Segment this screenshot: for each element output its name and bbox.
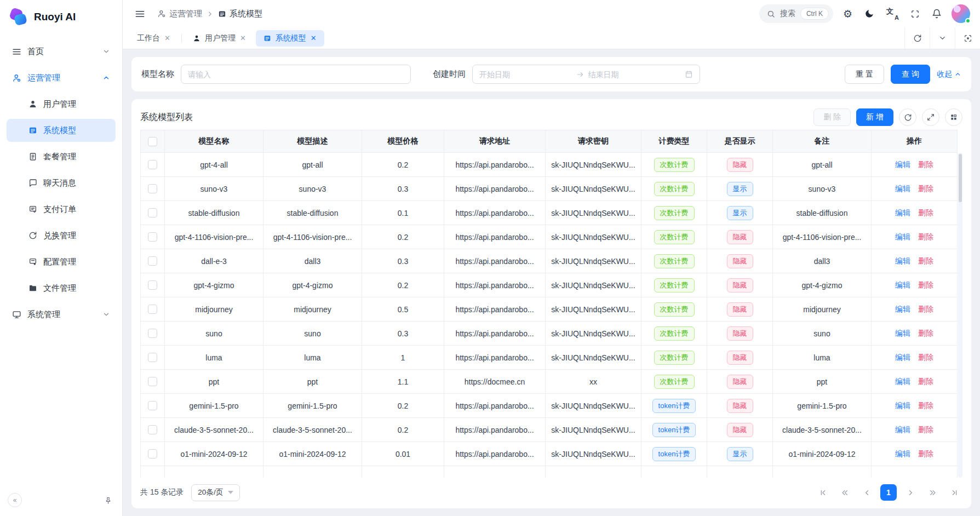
row-checkbox[interactable] (148, 377, 157, 386)
sidebar-item-chat-messages[interactable]: 聊天消息 (7, 171, 116, 194)
dark-mode-moon-icon[interactable] (862, 7, 876, 21)
sidebar-item-system-admin[interactable]: 系统管理 (7, 303, 116, 326)
refresh-icon[interactable] (899, 108, 916, 126)
delete-link[interactable]: 删除 (918, 449, 933, 458)
close-icon[interactable]: ✕ (240, 34, 246, 42)
row-checkbox[interactable] (148, 232, 157, 242)
user-avatar[interactable] (952, 4, 970, 23)
edit-link[interactable]: 编辑 (895, 353, 910, 362)
first-page-button[interactable] (815, 484, 831, 501)
display-status-badge[interactable]: 隐藏 (727, 302, 753, 317)
prev-page-button[interactable] (858, 484, 875, 501)
display-status-badge[interactable]: 隐藏 (727, 158, 753, 172)
select-all-checkbox[interactable] (148, 137, 157, 146)
delete-link[interactable]: 删除 (918, 329, 933, 337)
collapse-filter-link[interactable]: 收起 (937, 70, 961, 79)
last-page-button[interactable] (946, 484, 962, 501)
settings-gear-icon[interactable]: ⚙ (841, 7, 855, 21)
close-icon[interactable]: ✕ (164, 34, 170, 42)
sidebar-item-operations[interactable]: 运营管理 (7, 66, 116, 89)
delete-link[interactable]: 删除 (918, 280, 933, 289)
edit-link[interactable]: 编辑 (895, 256, 910, 265)
edit-link[interactable]: 编辑 (895, 401, 910, 410)
delete-link[interactable]: 删除 (918, 232, 933, 241)
display-status-badge[interactable]: 隐藏 (727, 423, 753, 437)
page-size-select[interactable]: 20条/页 (191, 484, 240, 501)
sidebar-item-redeem[interactable]: 兑换管理 (7, 224, 116, 247)
page-number-button[interactable]: 1 (880, 484, 897, 501)
sidebar-item-users[interactable]: 用户管理 (7, 93, 116, 116)
row-checkbox[interactable] (148, 353, 157, 362)
edit-link[interactable]: 编辑 (895, 184, 910, 193)
edit-link[interactable]: 编辑 (895, 449, 910, 458)
row-checkbox[interactable] (148, 329, 157, 338)
reset-button[interactable]: 重 置 (845, 65, 884, 84)
prev-fast-button[interactable] (836, 484, 853, 501)
display-status-badge[interactable]: 显示 (727, 206, 753, 220)
model-name-input[interactable] (181, 65, 411, 84)
edit-link[interactable]: 编辑 (895, 329, 910, 337)
global-search[interactable]: 搜索 Ctrl K (759, 4, 833, 23)
edit-link[interactable]: 编辑 (895, 208, 910, 217)
column-settings-icon[interactable] (945, 108, 962, 126)
tab-system-models[interactable]: 系统模型 ✕ (256, 30, 324, 47)
edit-link[interactable]: 编辑 (895, 160, 910, 169)
display-status-badge[interactable]: 隐藏 (727, 230, 753, 244)
search-button[interactable]: 查 询 (891, 65, 930, 84)
close-icon[interactable]: ✕ (311, 34, 317, 42)
display-status-badge[interactable]: 显示 (727, 447, 753, 461)
sidebar-item-payment-orders[interactable]: 支付订单 (7, 198, 116, 221)
delete-link[interactable]: 删除 (918, 256, 933, 265)
display-status-badge[interactable]: 隐藏 (727, 351, 753, 365)
sidebar-item-files[interactable]: 文件管理 (7, 277, 116, 300)
delete-link[interactable]: 删除 (918, 377, 933, 386)
delete-link[interactable]: 删除 (918, 425, 933, 434)
display-status-badge[interactable]: 隐藏 (727, 375, 753, 389)
breadcrumb-parent[interactable]: 运营管理 (157, 9, 202, 19)
row-checkbox[interactable] (148, 401, 157, 410)
edit-link[interactable]: 编辑 (895, 425, 910, 434)
next-page-button[interactable] (902, 484, 919, 501)
delete-button[interactable]: 删 除 (813, 108, 851, 126)
tab-user-management[interactable]: 用户管理 ✕ (185, 30, 254, 47)
notifications-bell-icon[interactable] (930, 7, 944, 21)
sidebar-item-config[interactable]: 配置管理 (7, 250, 116, 273)
edit-link[interactable]: 编辑 (895, 377, 910, 386)
hamburger-menu-icon[interactable] (133, 7, 147, 21)
row-checkbox[interactable] (148, 256, 157, 266)
row-checkbox[interactable] (148, 160, 157, 169)
next-fast-button[interactable] (924, 484, 941, 501)
sidebar-collapse-button[interactable]: « (8, 493, 22, 507)
table-scrollbar-thumb[interactable] (959, 154, 962, 202)
display-status-badge[interactable]: 显示 (727, 182, 753, 196)
tab-workbench[interactable]: 工作台 ✕ (129, 30, 178, 47)
date-range-picker[interactable] (472, 65, 700, 84)
maximize-icon[interactable] (922, 108, 939, 126)
fullscreen-icon[interactable] (908, 7, 922, 21)
display-status-badge[interactable]: 隐藏 (727, 399, 753, 413)
end-date-input[interactable] (588, 70, 681, 79)
row-checkbox[interactable] (148, 425, 157, 434)
pushpin-icon[interactable] (104, 496, 112, 504)
delete-link[interactable]: 删除 (918, 305, 933, 313)
delete-link[interactable]: 删除 (918, 208, 933, 217)
delete-link[interactable]: 删除 (918, 353, 933, 362)
display-status-badge[interactable]: 隐藏 (727, 278, 753, 293)
translate-icon[interactable]: 文A (884, 5, 901, 22)
row-checkbox[interactable] (148, 305, 157, 314)
row-checkbox[interactable] (148, 449, 157, 458)
chevron-down-icon[interactable] (930, 27, 955, 49)
refresh-icon[interactable] (904, 27, 930, 49)
edit-link[interactable]: 编辑 (895, 280, 910, 289)
delete-link[interactable]: 删除 (918, 401, 933, 410)
sidebar-item-system-models[interactable]: 系统模型 (7, 119, 116, 142)
start-date-input[interactable] (479, 70, 572, 79)
brand[interactable]: Ruoyi AI (7, 0, 116, 34)
content-fullscreen-icon[interactable] (955, 27, 980, 49)
delete-link[interactable]: 删除 (918, 160, 933, 169)
display-status-badge[interactable]: 隐藏 (727, 326, 753, 341)
add-button[interactable]: 新 增 (856, 108, 893, 126)
edit-link[interactable]: 编辑 (895, 305, 910, 313)
sidebar-item-home[interactable]: 首页 (7, 40, 116, 63)
sidebar-item-packages[interactable]: 套餐管理 (7, 145, 116, 168)
